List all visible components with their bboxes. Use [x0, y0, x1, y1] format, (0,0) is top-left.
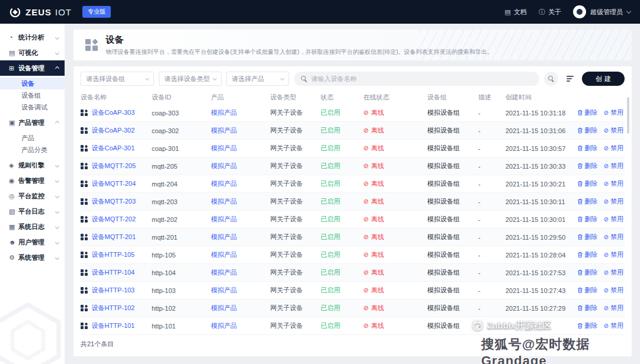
delete-button[interactable]: 删除 — [577, 250, 598, 259]
disable-button[interactable]: ⊘ 禁用 — [604, 321, 623, 330]
device-name-link[interactable]: 设备MQTT-203 — [92, 197, 136, 206]
device-name-link[interactable]: 设备HTTP-104 — [92, 268, 135, 277]
disable-button[interactable]: ⊘ 禁用 — [604, 250, 623, 259]
disable-button[interactable]: ⊘ 禁用 — [604, 144, 623, 153]
product-link[interactable]: 模拟产品 — [211, 269, 237, 276]
description-cell: - — [478, 287, 505, 294]
disable-button[interactable]: ⊘ 禁用 — [604, 268, 623, 277]
sidebar-item-visualization[interactable]: ▤ 可视化 — [0, 45, 65, 60]
create-button[interactable]: 创建 — [582, 72, 625, 86]
status-badge: 已启用 — [321, 321, 363, 330]
disable-button[interactable]: ⊘ 禁用 — [604, 108, 623, 117]
disable-button[interactable]: ⊘ 禁用 — [604, 304, 623, 313]
disable-button[interactable]: ⊘ 禁用 — [604, 215, 623, 224]
delete-button[interactable]: 删除 — [577, 197, 598, 206]
delete-button[interactable]: 删除 — [577, 126, 598, 135]
product-link[interactable]: 模拟产品 — [211, 162, 237, 169]
disable-button[interactable]: ⊘ 禁用 — [604, 233, 623, 241]
delete-button[interactable]: 删除 — [577, 233, 598, 241]
device-name-link[interactable]: 设备MQTT-204 — [92, 179, 136, 188]
device-name-link[interactable]: 设备HTTP-101 — [92, 321, 135, 330]
product-link[interactable]: 模拟产品 — [211, 304, 237, 311]
ban-icon: ⊘ — [604, 198, 609, 205]
device-group-select[interactable]: 请选择设备组 — [81, 72, 154, 86]
disable-button[interactable]: ⊘ 禁用 — [604, 126, 623, 135]
column-settings-button[interactable] — [563, 72, 577, 86]
device-name-link[interactable]: 设备CoAP-303 — [92, 108, 135, 117]
sidebar-subitem-product-category[interactable]: 产品分类 — [0, 144, 65, 156]
sidebar-item-rule-engine[interactable]: ◈ 规则引擎 — [0, 157, 65, 173]
brand-logo[interactable]: ZEUS IOT 专业版 — [9, 6, 111, 18]
product-link[interactable]: 模拟产品 — [211, 180, 237, 187]
docs-link[interactable]: ▤ 文档 — [505, 8, 527, 17]
sidebar-subitem-device[interactable]: 设备 — [0, 78, 65, 89]
sidebar-item-platform-logs[interactable]: ▧ 平台日志 — [0, 204, 65, 219]
delete-button[interactable]: 删除 — [577, 162, 598, 170]
delete-button[interactable]: 删除 — [577, 286, 598, 295]
product-link[interactable]: 模拟产品 — [211, 144, 237, 152]
status-badge: 已启用 — [321, 108, 363, 117]
offline-icon: ⊘ — [363, 251, 369, 259]
device-name-link[interactable]: 设备HTTP-105 — [92, 250, 135, 259]
device-name-link[interactable]: 设备CoAP-302 — [92, 126, 135, 135]
device-icon — [81, 198, 88, 205]
online-status-text: 离线 — [371, 250, 384, 259]
sidebar-item-platform-monitor[interactable]: ◎ 平台监控 — [0, 188, 65, 204]
search-button[interactable] — [544, 72, 558, 86]
search-field — [294, 72, 539, 86]
delete-button[interactable]: 删除 — [577, 179, 598, 188]
delete-button[interactable]: 删除 — [577, 321, 598, 330]
sidebar-item-system-management[interactable]: ⚙ 系统管理 — [0, 250, 65, 265]
device-name-link[interactable]: 设备MQTT-201 — [92, 233, 136, 241]
chevron-up-icon — [55, 66, 59, 70]
disable-label: 禁用 — [610, 250, 623, 259]
sidebar-subitem-product[interactable]: 产品 — [0, 132, 65, 144]
product-link[interactable]: 模拟产品 — [211, 322, 237, 329]
delete-button[interactable]: 删除 — [577, 268, 598, 277]
product-link[interactable]: 模拟产品 — [211, 286, 237, 294]
user-menu[interactable]: 超级管理员 — [573, 5, 631, 18]
delete-button[interactable]: 删除 — [577, 108, 598, 117]
sidebar-subitem-device-debug[interactable]: 设备调试 — [0, 101, 65, 113]
product-link[interactable]: 模拟产品 — [211, 109, 237, 116]
sidebar-label: 系统日志 — [18, 223, 44, 231]
device-type-select[interactable]: 请选择设备类型 — [159, 72, 222, 86]
ban-icon: ⊘ — [604, 109, 609, 116]
product-link[interactable]: 模拟产品 — [211, 233, 237, 240]
delete-button[interactable]: 删除 — [577, 304, 598, 313]
sidebar-item-device-management[interactable]: ⊞ 设备管理 — [0, 60, 65, 76]
delete-button[interactable]: 删除 — [577, 215, 598, 224]
device-name-link[interactable]: 设备HTTP-103 — [92, 286, 135, 295]
sidebar-item-statistics[interactable]: ◔ 统计分析 — [0, 30, 65, 45]
disable-button[interactable]: ⊘ 禁用 — [604, 179, 623, 188]
device-name-link[interactable]: 设备MQTT-205 — [92, 162, 136, 170]
product-select[interactable]: 请选择产品 — [226, 72, 289, 86]
scrollbar-thumb[interactable] — [627, 97, 629, 134]
device-type-cell: 网关子设备 — [270, 108, 321, 117]
select-placeholder: 请选择设备组 — [86, 75, 125, 83]
sidebar-item-system-logs[interactable]: ▦ 系统日志 — [0, 219, 65, 234]
device-name-link[interactable]: 设备CoAP-301 — [92, 144, 135, 153]
delete-button[interactable]: 删除 — [577, 144, 598, 153]
online-status-text: 离线 — [371, 162, 384, 170]
device-name-link[interactable]: 设备HTTP-102 — [92, 304, 135, 313]
sidebar-subitem-device-group[interactable]: 设备组 — [0, 89, 65, 101]
sidebar-item-user-management[interactable]: ☻ 用户管理 — [0, 234, 65, 250]
offline-icon: ⊘ — [363, 198, 369, 205]
sidebar-label: 平台监控 — [18, 192, 44, 201]
disable-button[interactable]: ⊘ 禁用 — [604, 286, 623, 295]
sidebar-item-alarm-management[interactable]: ◉ 告警管理 — [0, 173, 65, 188]
disable-label: 禁用 — [610, 233, 623, 241]
about-link[interactable]: ⓘ 关于 — [539, 8, 561, 17]
disable-button[interactable]: ⊘ 禁用 — [604, 197, 623, 206]
status-badge: 已启用 — [321, 250, 363, 259]
product-link[interactable]: 模拟产品 — [211, 198, 237, 205]
product-link[interactable]: 模拟产品 — [211, 251, 237, 258]
product-link[interactable]: 模拟产品 — [211, 127, 237, 134]
chevron-down-icon — [55, 194, 59, 198]
product-link[interactable]: 模拟产品 — [211, 215, 237, 223]
search-input[interactable] — [311, 75, 532, 82]
device-name-link[interactable]: 设备MQTT-202 — [92, 215, 136, 224]
disable-button[interactable]: ⊘ 禁用 — [604, 162, 623, 170]
sidebar-item-product-management[interactable]: ▣ 产品管理 — [0, 115, 65, 130]
